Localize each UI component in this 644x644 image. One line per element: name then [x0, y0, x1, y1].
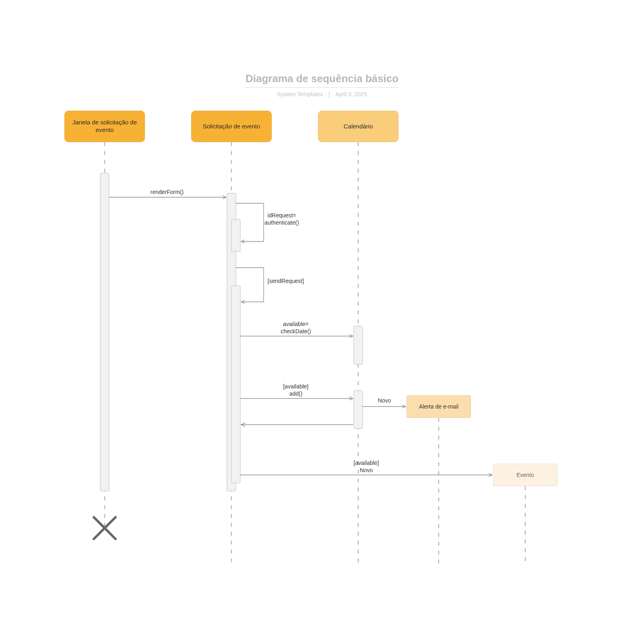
participant-label: Calendário	[344, 123, 373, 130]
destroy-icon	[94, 517, 116, 539]
author-label: System Templates	[277, 91, 323, 97]
activation-p2-auth	[231, 219, 240, 252]
msg-novo-evento-l1: [available]	[353, 460, 379, 466]
participant-calendar: Calendário	[318, 111, 398, 142]
svg-line-0	[94, 517, 116, 539]
created-object-evento: Evento	[493, 464, 557, 486]
svg-line-1	[94, 517, 116, 539]
separator: |	[328, 91, 330, 97]
msg-auth-l1: idRequest=	[267, 212, 296, 219]
created-object-email-alert: Alerta de e-mail	[407, 395, 471, 418]
msg-renderform-label: renderForm()	[151, 189, 184, 195]
activation-p1	[100, 173, 109, 491]
activation-p3-add	[354, 390, 363, 429]
participant-label: Janela de solicitação de evento	[69, 119, 140, 134]
msg-add-l1: [available]	[283, 383, 308, 390]
activation-p3-check	[354, 326, 363, 364]
diagram-canvas: Diagrama de sequência básico System Temp…	[0, 0, 644, 644]
msg-sendrequest	[236, 268, 264, 302]
msg-auth-l2: authenticate()	[264, 219, 299, 226]
participant-label: Solicitação de evento	[203, 123, 260, 130]
participant-event-request: Solicitação de evento	[191, 111, 272, 142]
msg-checkdate-l2: checkDate()	[281, 328, 311, 334]
title-block: Diagrama de sequência básico System Temp…	[246, 72, 398, 97]
date-label: April 3, 2025	[335, 91, 367, 97]
msg-sendrequest-label: [sendRequest]	[268, 278, 304, 284]
activation-p2-outer	[227, 193, 236, 491]
activation-p2-send	[231, 286, 240, 483]
object-label: Alerta de e-mail	[419, 403, 458, 410]
participant-event-window: Janela de solicitação de evento	[64, 111, 145, 142]
diagram-subtitle: System Templates | April 3, 2025	[246, 91, 398, 97]
msg-novo-evento-l2: Novo	[360, 467, 373, 473]
msg-novo-email-label: Novo	[378, 397, 391, 404]
msg-add-l2: add()	[289, 390, 303, 397]
msg-checkdate-l1: available=	[283, 321, 308, 327]
object-label: Evento	[516, 472, 534, 478]
msg-authenticate	[236, 203, 264, 242]
diagram-title: Diagrama de sequência básico	[246, 72, 398, 88]
